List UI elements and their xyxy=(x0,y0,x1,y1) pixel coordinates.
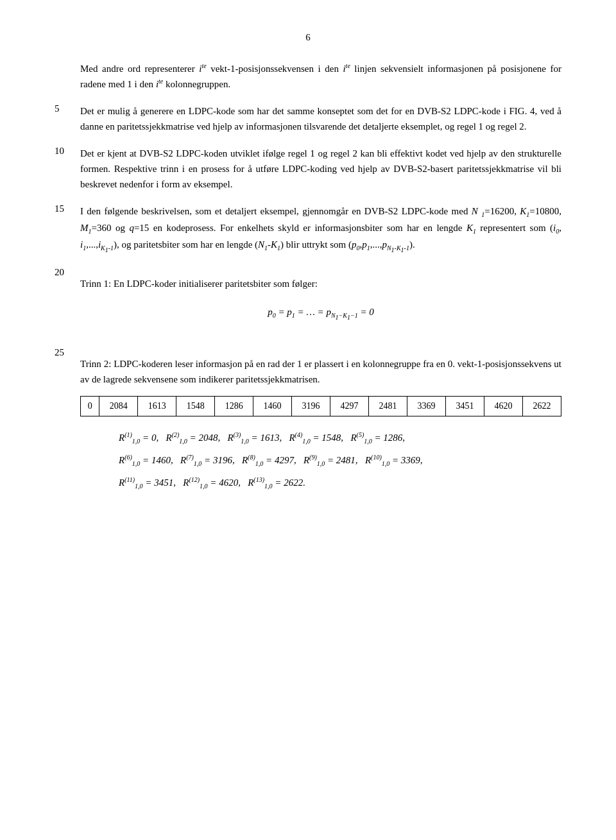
table-body: 0 2084 1613 1548 1286 1460 3196 4297 248… xyxy=(81,397,561,416)
formula-p1: p xyxy=(287,307,292,317)
sup-te-3: te xyxy=(158,78,163,85)
formula-equals-1: = xyxy=(278,307,287,317)
paragraph-20-spacer: 20 Trinn 1: En LDPC-koder initialiserer … xyxy=(55,267,561,336)
sub-formula-line1: R(1)1,0 = 0, R(2)1,0 = 2048, R(3)1,0 = 1… xyxy=(119,428,561,448)
sup-te-1: te xyxy=(201,62,206,69)
table-cell-7: 4297 xyxy=(330,397,369,416)
trinn2-text: Trinn 2: LDPC-koderen leser informasjon … xyxy=(80,347,561,495)
paragraph-4-block: 15 I den følgende beskrivelsen, som et d… xyxy=(55,203,561,255)
sub-formula-line2: R(6)1,0 = 1460, R(7)1,0 = 3196, R(8)1,0 … xyxy=(119,450,561,470)
page: 6 Med andre ord representerer ite vekt-1… xyxy=(0,0,616,840)
paragraph-3-block: 10 Det er kjent at DVB-S2 LDPC-koden utv… xyxy=(55,146,561,192)
main-content: Med andre ord representerer ite vekt-1-p… xyxy=(55,61,561,507)
table-cell-12: 2622 xyxy=(522,397,561,416)
sub-formulas: R(1)1,0 = 0, R(2)1,0 = 2048, R(3)1,0 = 1… xyxy=(119,428,561,493)
paragraph-2-text: Det er mulig å generere en LDPC-kode som… xyxy=(80,103,561,134)
table-cell-10: 3451 xyxy=(445,397,484,416)
formula-sub-0: 0 xyxy=(273,312,276,319)
formula-1-text: p xyxy=(268,307,273,317)
table-cell-0: 0 xyxy=(81,397,99,416)
line-number-20: 20 xyxy=(55,267,80,278)
line-number-10: 10 xyxy=(55,146,80,157)
sub-formula-line3: R(11)1,0 = 3451, R(12)1,0 = 4620, R(13)1… xyxy=(119,473,561,493)
table-cell-11: 4620 xyxy=(484,397,522,416)
trinn1-block: Trinn 1: En LDPC-koder initialiserer par… xyxy=(80,267,561,336)
line-number-25: 25 xyxy=(55,347,80,358)
table-cell-3: 1548 xyxy=(176,397,215,416)
trinn2-label: Trinn 2: LDPC-koderen leser informasjon … xyxy=(80,356,561,387)
paragraph-trinn2-block: 25 Trinn 2: LDPC-koderen leser informasj… xyxy=(55,347,561,495)
trinn1-label: Trinn 1: En LDPC-koder initialiserer par… xyxy=(80,276,561,291)
data-table: 0 2084 1613 1548 1286 1460 3196 4297 248… xyxy=(80,396,561,416)
page-number: 6 xyxy=(55,32,561,43)
formula-1: p0 = p1 = … = pN1−K1−1 = 0 xyxy=(80,304,561,323)
paragraph-2-block: 5 Det er mulig å generere en LDPC-kode s… xyxy=(55,103,561,134)
paragraph-3-text: Det er kjent at DVB-S2 LDPC-koden utvikl… xyxy=(80,146,561,192)
formula-equals-2: = … = xyxy=(298,307,327,317)
table-row: 0 2084 1613 1548 1286 1460 3196 4297 248… xyxy=(81,397,561,416)
paragraph-4-text: I den følgende beskrivelsen, som et deta… xyxy=(80,203,561,255)
table-cell-9: 3369 xyxy=(407,397,446,416)
sup-te-2: te xyxy=(346,62,350,69)
formula-equals-3: = 0 xyxy=(360,307,373,317)
line-number-15: 15 xyxy=(55,203,80,214)
formula-pN: p xyxy=(326,307,331,317)
table-cell-5: 1460 xyxy=(253,397,292,416)
table-cell-8: 2481 xyxy=(369,397,407,416)
table-cell-2: 1613 xyxy=(138,397,176,416)
table-cell-6: 3196 xyxy=(292,397,330,416)
table-cell-1: 2084 xyxy=(99,397,138,416)
paragraph-1-text: Med andre ord representerer ite vekt-1-p… xyxy=(80,61,561,92)
formula-sub-1: 1 xyxy=(292,312,295,319)
formula-sub-N: N1−K1−1 xyxy=(331,312,358,319)
table-cell-4: 1286 xyxy=(215,397,253,416)
line-number-5: 5 xyxy=(55,103,80,114)
paragraph-1-block: Med andre ord representerer ite vekt-1-p… xyxy=(55,61,561,92)
